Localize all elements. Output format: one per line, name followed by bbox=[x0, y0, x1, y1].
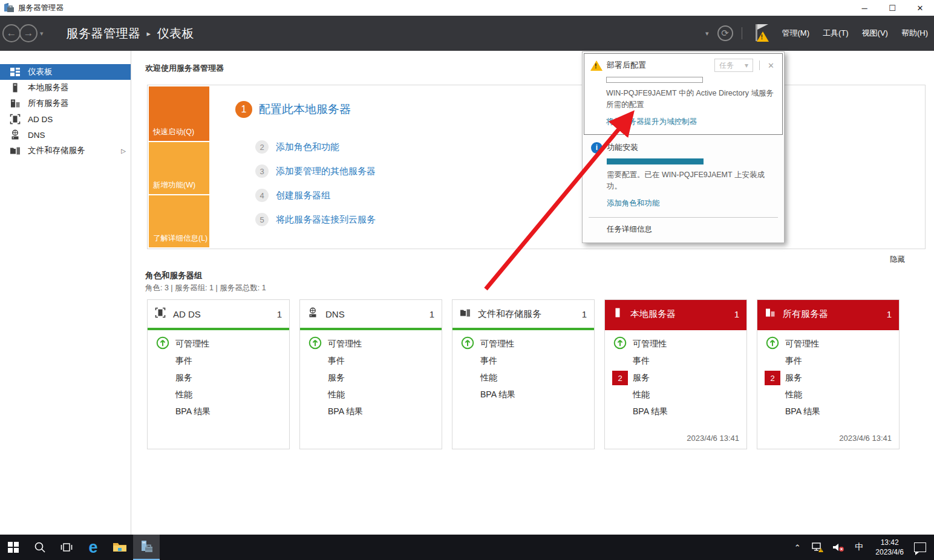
card-row-link[interactable]: BPA 结果 bbox=[633, 406, 668, 417]
card-row-link[interactable]: 可管理性 bbox=[633, 339, 667, 350]
local-server-icon bbox=[10, 82, 21, 93]
maximize-button[interactable]: ☐ bbox=[878, 0, 906, 16]
card-row: 可管理性 bbox=[605, 336, 746, 353]
card-row-link[interactable]: BPA 结果 bbox=[328, 406, 363, 417]
sidebar-item-label: 本地服务器 bbox=[28, 82, 69, 93]
card-row: 服务 bbox=[300, 370, 442, 386]
close-button[interactable]: ✕ bbox=[906, 0, 934, 16]
card-row-link[interactable]: 服务 bbox=[328, 373, 345, 383]
internet-explorer-icon[interactable]: e bbox=[80, 535, 106, 560]
chevron-down-icon[interactable]: ▾ bbox=[705, 30, 709, 37]
taskbar-clock[interactable]: 13:42 2023/4/6 bbox=[870, 538, 909, 557]
tasks-dropdown-button[interactable]: 任务 ▾ bbox=[714, 59, 753, 72]
breadcrumb-separator-icon: ▸ bbox=[147, 29, 151, 38]
card-row-link[interactable]: BPA 结果 bbox=[175, 406, 211, 417]
minimize-button[interactable]: ─ bbox=[851, 0, 878, 16]
volume-muted-icon[interactable] bbox=[829, 535, 847, 560]
welcome-step-link[interactable]: 添加要管理的其他服务器 bbox=[276, 166, 376, 177]
nav-history-caret-icon[interactable]: ▾ bbox=[40, 30, 44, 37]
refresh-icon[interactable]: ⟳ bbox=[717, 25, 733, 41]
welcome-step-link[interactable]: 将此服务器连接到云服务 bbox=[276, 214, 376, 226]
step-number-badge: 3 bbox=[255, 164, 269, 178]
menu-tools[interactable]: 工具(T) bbox=[823, 28, 849, 39]
welcome-step-link[interactable]: 创建服务器组 bbox=[276, 190, 330, 201]
start-button[interactable] bbox=[0, 535, 27, 560]
card-row-link[interactable]: 可管理性 bbox=[175, 339, 209, 350]
sidebar-item-dns[interactable]: DNS bbox=[0, 127, 131, 143]
welcome-step-link[interactable]: 配置此本地服务器 bbox=[259, 102, 351, 117]
sidebar-item-dashboard[interactable]: 仪表板 bbox=[0, 64, 131, 80]
tasks-button-label: 任务 bbox=[719, 60, 734, 71]
server-manager-app-icon bbox=[4, 3, 15, 13]
menu-manage[interactable]: 管理(M) bbox=[782, 28, 810, 39]
info-icon: i bbox=[591, 142, 603, 154]
breadcrumb-root[interactable]: 服务器管理器 bbox=[67, 25, 141, 42]
forward-icon[interactable]: → bbox=[19, 24, 38, 42]
card-row-link[interactable]: BPA 结果 bbox=[785, 406, 820, 417]
card-row-link[interactable]: 事件 bbox=[785, 356, 802, 366]
card-row-link[interactable]: 性能 bbox=[328, 389, 345, 400]
card-header[interactable]: 本地服务器1 bbox=[605, 300, 746, 330]
notifications-flag-icon[interactable] bbox=[751, 23, 771, 44]
search-icon[interactable] bbox=[27, 535, 53, 560]
card-row-link[interactable]: 事件 bbox=[328, 356, 345, 366]
card-timestamp: 2023/4/6 13:41 bbox=[839, 434, 892, 443]
back-icon[interactable]: ← bbox=[2, 24, 21, 42]
add-roles-features-link[interactable]: 添加角色和功能 bbox=[607, 198, 660, 209]
card-row-link[interactable]: 事件 bbox=[480, 356, 497, 366]
welcome-step-link[interactable]: 添加角色和功能 bbox=[276, 142, 339, 153]
card-row-link[interactable]: 事件 bbox=[175, 356, 192, 366]
card-row-link[interactable]: BPA 结果 bbox=[480, 389, 515, 400]
card-row-link[interactable]: 可管理性 bbox=[328, 339, 362, 350]
app-header: ← → ▾ 服务器管理器 ▸ 仪表板 ▾ ⟳ 管理(M)工具(T)视图(V)帮助… bbox=[0, 16, 934, 51]
card-row-link[interactable]: 服务 bbox=[633, 373, 650, 383]
chevron-down-icon: ▾ bbox=[745, 61, 748, 70]
server-manager-taskbar-icon[interactable] bbox=[133, 535, 160, 560]
hide-welcome-link[interactable]: 隐藏 bbox=[890, 255, 905, 265]
ime-indicator[interactable]: 中 bbox=[850, 535, 868, 560]
card-title: DNS bbox=[325, 309, 345, 319]
action-center-icon[interactable] bbox=[911, 535, 929, 560]
welcome-tab-quick-start[interactable]: 快速启动(Q) bbox=[149, 86, 209, 141]
hidden-icons-chevron-icon[interactable]: ⌃ bbox=[788, 535, 806, 560]
file-explorer-icon[interactable] bbox=[106, 535, 133, 560]
card-header[interactable]: 文件和存储服务1 bbox=[452, 300, 594, 330]
card-row-link[interactable]: 事件 bbox=[633, 356, 650, 366]
status-up-icon bbox=[766, 336, 779, 352]
sidebar-item-label: 所有服务器 bbox=[28, 98, 69, 109]
card-header[interactable]: 所有服务器1 bbox=[757, 300, 899, 330]
card-row-link[interactable]: 性能 bbox=[785, 389, 802, 400]
card-header[interactable]: DNS1 bbox=[300, 300, 442, 330]
close-notification-icon[interactable]: ✕ bbox=[766, 61, 776, 70]
task-view-icon[interactable] bbox=[53, 535, 80, 560]
clock-time: 13:42 bbox=[875, 538, 904, 547]
chevron-right-icon[interactable]: ▷ bbox=[121, 148, 126, 154]
menu-view[interactable]: 视图(V) bbox=[862, 28, 888, 39]
welcome-tab-learn-more[interactable]: 了解详细信息(L) bbox=[149, 195, 209, 247]
card-row-link[interactable]: 服务 bbox=[785, 373, 802, 383]
card-row-link[interactable]: 可管理性 bbox=[785, 339, 819, 350]
sidebar-item-all-servers[interactable]: 所有服务器 bbox=[0, 96, 131, 111]
ad-ds-icon bbox=[10, 114, 21, 125]
network-status-icon[interactable]: ! bbox=[809, 535, 827, 560]
breadcrumb-current[interactable]: 仪表板 bbox=[157, 25, 195, 42]
card-row-link[interactable]: 服务 bbox=[175, 373, 192, 383]
sidebar-item-file-storage[interactable]: 文件和存储服务▷ bbox=[0, 143, 131, 158]
notification-message: WIN-PQJFE9JAEMT 中的 Active Directory 域服务所… bbox=[606, 88, 779, 111]
card-count: 1 bbox=[582, 309, 587, 319]
welcome-tile: 快速启动(Q)新增功能(W)了解详细信息(L) 1配置此本地服务器2添加角色和功… bbox=[147, 85, 926, 249]
menu-help[interactable]: 帮助(H) bbox=[901, 28, 928, 39]
promote-to-domain-controller-link[interactable]: 将此服务器提升为域控制器 bbox=[606, 117, 697, 127]
card-row-link[interactable]: 可管理性 bbox=[480, 339, 514, 350]
role-cards: AD DS1可管理性事件服务性能BPA 结果DNS1可管理性事件服务性能BPA … bbox=[147, 299, 900, 449]
card-header[interactable]: AD DS1 bbox=[148, 300, 289, 330]
card-row-link[interactable]: 性能 bbox=[175, 389, 192, 400]
sidebar-item-local-server[interactable]: 本地服务器 bbox=[0, 80, 131, 96]
sidebar-item-ad-ds[interactable]: AD DS bbox=[0, 111, 131, 127]
welcome-tab-whats-new[interactable]: 新增功能(W) bbox=[149, 142, 209, 194]
card-row-link[interactable]: 性能 bbox=[633, 389, 650, 400]
card-row-link[interactable]: 性能 bbox=[480, 373, 497, 383]
clock-date: 2023/4/6 bbox=[875, 547, 904, 557]
card-row: BPA 结果 bbox=[757, 403, 899, 420]
task-details-link[interactable]: 任务详细信息 bbox=[583, 218, 784, 243]
